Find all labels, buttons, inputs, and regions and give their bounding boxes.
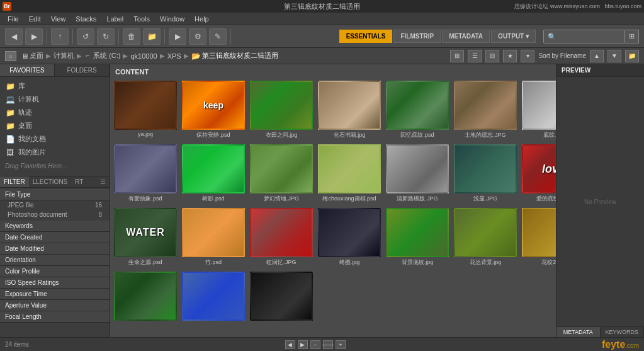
up-button[interactable]: ↑ — [51, 28, 69, 45]
zoom-in-button[interactable]: + — [336, 340, 346, 349]
filter-more-button[interactable]: ☰ — [96, 176, 110, 187]
filter-title-aperture[interactable]: Aperture Value — [0, 300, 110, 311]
batch-rename-button[interactable]: ✎ — [209, 28, 227, 45]
thumb-bamboo[interactable]: 竹.psd — [181, 207, 246, 268]
sort-asc-button[interactable]: ▲ — [590, 50, 604, 62]
filter-title-focal[interactable]: Focal Length — [0, 311, 110, 323]
filter-tab-rt[interactable]: RT — [71, 176, 87, 187]
thumb-shallow[interactable]: 浅显.JPG — [453, 143, 518, 204]
thumb-fresh[interactable]: 清新路模版.JPG — [385, 143, 450, 204]
new-folder-bc-button[interactable]: 📁 — [625, 50, 639, 62]
menu-label[interactable]: Label — [101, 15, 128, 23]
bc-desktop-label: 桌面 — [30, 51, 43, 60]
tab-metadata[interactable]: METADATA — [442, 30, 490, 43]
right-brand: 思缘设计论坛 www.missyuan.com bbs.tuyoo.com — [514, 3, 641, 11]
fav-track[interactable]: 📁 轨迹 — [0, 106, 110, 119]
tab-metadata-right[interactable]: METADATA — [556, 327, 601, 337]
thumb-ya[interactable]: ya.jpg — [113, 79, 178, 141]
filter-item-jpeg[interactable]: JPEG file 16 — [0, 200, 110, 210]
tab-essentials[interactable]: ESSENTIALS — [339, 30, 393, 43]
menu-file[interactable]: File — [3, 15, 24, 23]
thumb-fossil[interactable]: 化石书籍.jpg — [317, 79, 382, 141]
refine-button[interactable]: ⚙ — [189, 28, 206, 45]
search-submit-button[interactable]: ⊞ — [625, 30, 639, 43]
thumb-extra3[interactable] — [249, 270, 314, 323]
thumb-extra1[interactable] — [113, 270, 178, 323]
view-path-button[interactable]: ⊟ — [485, 50, 499, 62]
menu-help[interactable]: Help — [189, 15, 214, 23]
thumb-flowers[interactable]: 花丛背景.jpg — [453, 207, 518, 268]
thumb-final[interactable]: 终图.jpg — [317, 207, 382, 268]
filter-item-psd[interactable]: Photoshop document 8 — [0, 210, 110, 219]
thumb-bg-texture[interactable]: 背景底纹.jpg — [385, 207, 450, 268]
filter-title-iso[interactable]: ISO Speed Ratings — [0, 277, 110, 289]
filter-title-exposure[interactable]: Exposure Time — [0, 289, 110, 300]
rotate-cw-button[interactable]: ↻ — [97, 28, 115, 45]
bc-system[interactable]: ← 系统 (C:) — [84, 51, 120, 60]
view-list-button[interactable]: ☰ — [468, 50, 482, 62]
rotate-ccw-button[interactable]: ↺ — [77, 28, 94, 45]
fav-computer[interactable]: 💻 计算机 — [0, 93, 110, 106]
filter-title-filetype[interactable]: File Type — [0, 189, 110, 200]
home-button[interactable]: ⌂ — [5, 51, 16, 61]
tab-favorites[interactable]: FAVORITES — [0, 64, 55, 76]
thumb-quiet[interactable]: keep 保持安静.psd — [181, 79, 246, 141]
zoom-out-button[interactable]: − — [310, 340, 320, 349]
thumb-label-field: 衣田之间.jpg — [266, 131, 298, 139]
thumb-love-abstract[interactable]: 有爱抽象.psd — [113, 143, 178, 204]
fav-library[interactable]: 📁 库 — [0, 79, 110, 93]
filter-tab-collections[interactable]: LLECTIONS — [29, 176, 72, 187]
fav-desktop[interactable]: 📁 桌面 — [0, 119, 110, 132]
fav-pictures[interactable]: 🖼 我的图片 — [0, 146, 110, 159]
tab-folders[interactable]: FOLDERS — [55, 64, 110, 76]
bc-computer[interactable]: 计算机 — [54, 51, 74, 60]
open-in-button[interactable]: ▶ — [169, 28, 186, 45]
tab-keywords-right[interactable]: KEYWORDS — [601, 327, 645, 337]
menu-edit[interactable]: Edit — [24, 15, 46, 23]
filter-title-keywords[interactable]: Keywords — [0, 221, 110, 232]
thumb-red-memory[interactable]: 红回忆.JPG — [249, 207, 314, 268]
search-input[interactable] — [543, 30, 625, 43]
fav-documents[interactable]: 📄 我的文档 — [0, 132, 110, 146]
thumb-field[interactable]: 衣田之间.jpg — [249, 79, 314, 141]
bc-desktop[interactable]: 🖥 桌面 — [21, 51, 43, 60]
menu-view[interactable]: View — [46, 15, 71, 23]
thumb-water[interactable]: WATER 生命之源.psd — [113, 207, 178, 268]
zoom-slider[interactable]: —— — [323, 340, 333, 349]
fav-pictures-label: 我的图片 — [18, 147, 46, 157]
thumb-memory[interactable]: 回忆底纹.psd — [385, 79, 450, 141]
menu-window[interactable]: Window — [155, 15, 189, 23]
view-grid-button[interactable]: ⊞ — [450, 50, 464, 62]
thumb-pattern2[interactable]: 花纹2.jpg — [521, 207, 556, 268]
menu-stacks[interactable]: Stacks — [71, 15, 101, 23]
forward-button[interactable]: ▶ — [25, 28, 43, 45]
bc-qk[interactable]: qk10000 — [130, 52, 157, 60]
star-button[interactable]: ★ — [503, 50, 517, 62]
bc-current[interactable]: 📂 第三辑底纹材质二辑适用 — [191, 51, 278, 60]
sort-desc-button[interactable]: ▼ — [607, 50, 621, 62]
filter-title-colorprofile[interactable]: Color Profile — [0, 266, 110, 277]
menu-tools[interactable]: Tools — [128, 15, 155, 23]
filter-title-datecreated[interactable]: Date Created — [0, 232, 110, 243]
status-btn-right[interactable]: ▶ — [298, 340, 308, 349]
thumb-dream[interactable]: 梦幻情地.JPG — [249, 143, 314, 204]
thumb-frame[interactable]: 梅chouxiang画框.psd — [317, 143, 382, 204]
thumb-extra2[interactable] — [181, 270, 246, 323]
thumb-shadow[interactable]: 树影.psd — [181, 143, 246, 204]
filter-title-orientation[interactable]: Orientation — [0, 255, 110, 266]
thumb-land[interactable]: 土地的遗忘.JPG — [453, 79, 518, 141]
bc-xps[interactable]: XPS — [167, 52, 181, 60]
tab-filmstrip[interactable]: FILMSTRIP — [393, 30, 441, 43]
filter-title-datemodified[interactable]: Date Modified — [0, 243, 110, 255]
breadcrumb-bar: ⌂ 🖥 桌面 ▶ 计算机 ▶ ← 系统 (C:) ▶ qk10000 ▶ XPS… — [0, 48, 644, 64]
tab-output[interactable]: OUTPUT ▾ — [491, 30, 536, 43]
status-btn-left[interactable]: ◀ — [285, 340, 295, 349]
delete-button[interactable]: 🗑 — [123, 28, 140, 45]
filter-item-psd-label: Photoshop document — [8, 211, 67, 218]
new-folder-button[interactable]: 📁 — [143, 28, 161, 45]
filter-button[interactable]: ▾ — [521, 50, 534, 62]
thumb-texture[interactable]: 底纹.jpg — [521, 79, 556, 141]
back-button[interactable]: ◀ — [5, 28, 23, 45]
thumb-love-texture[interactable]: love 爱的底纹.psd — [521, 143, 556, 204]
filter-tab-filter[interactable]: FILTER — [0, 176, 29, 187]
